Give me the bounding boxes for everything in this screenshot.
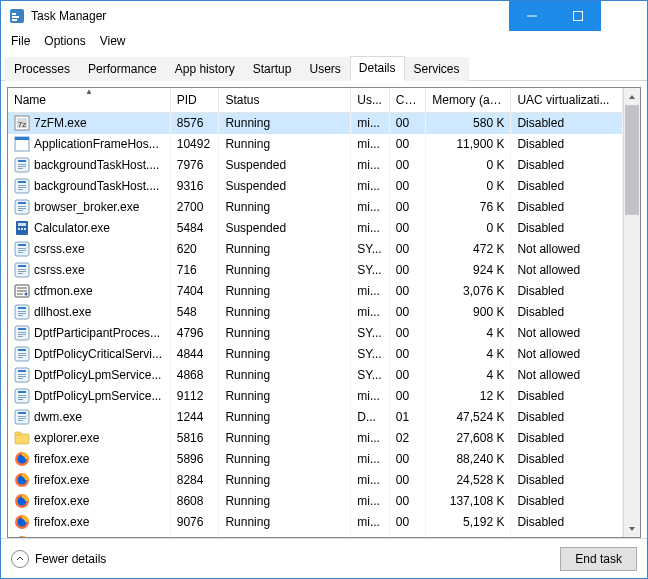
process-name-text: DptfParticipantProces... bbox=[34, 326, 160, 340]
cell-memory: 47,524 K bbox=[426, 407, 511, 428]
table-row[interactable]: dwm.exe1244RunningD...0147,524 KDisabled bbox=[8, 407, 623, 428]
col-name[interactable]: ▲Name bbox=[8, 88, 170, 113]
cell-memory: 4 K bbox=[426, 344, 511, 365]
table-row[interactable]: explorer.exe5816Runningmi...0227,608 KDi… bbox=[8, 428, 623, 449]
svg-rect-30 bbox=[18, 228, 20, 230]
menu-file[interactable]: File bbox=[5, 33, 36, 49]
col-user[interactable]: Us... bbox=[351, 88, 390, 113]
svg-rect-66 bbox=[18, 391, 26, 393]
svg-rect-74 bbox=[18, 420, 23, 421]
cell-cpu: 00 bbox=[389, 491, 426, 512]
process-icon bbox=[14, 241, 30, 257]
cell-pid: 5816 bbox=[170, 428, 219, 449]
cell-pid: 620 bbox=[170, 239, 219, 260]
table-row[interactable]: browser_broker.exe2700Runningmi...0076 K… bbox=[8, 197, 623, 218]
process-name-text: firefox.exe bbox=[34, 515, 89, 529]
vertical-scrollbar[interactable] bbox=[623, 88, 640, 537]
tab-processes[interactable]: Processes bbox=[5, 57, 79, 81]
maximize-button[interactable] bbox=[555, 1, 601, 31]
process-name-text: browser_broker.exe bbox=[34, 200, 139, 214]
col-memory[interactable]: Memory (ac... bbox=[426, 88, 511, 113]
table-row[interactable]: firefox.exe5896Runningmi...0088,240 KDis… bbox=[8, 449, 623, 470]
scroll-up-button[interactable] bbox=[624, 88, 640, 105]
svg-rect-39 bbox=[18, 265, 26, 267]
svg-rect-59 bbox=[18, 357, 23, 358]
table-row[interactable]: backgroundTaskHost....7976Suspendedmi...… bbox=[8, 155, 623, 176]
cell-name: csrss.exe bbox=[8, 239, 170, 260]
process-name-text: firefox.exe bbox=[34, 452, 89, 466]
table-row[interactable]: firefox.exe8284Runningmi...0024,528 KDis… bbox=[8, 470, 623, 491]
cell-name: explorer.exe bbox=[8, 428, 170, 449]
tab-users[interactable]: Users bbox=[300, 57, 349, 81]
cell-uac: Disabled bbox=[511, 176, 623, 197]
table-row[interactable]: backgroundTaskHost....9316Suspendedmi...… bbox=[8, 176, 623, 197]
fewer-details-button[interactable]: Fewer details bbox=[11, 550, 106, 568]
table-row[interactable]: ApplicationFrameHos...10492Runningmi...0… bbox=[8, 134, 623, 155]
table-row[interactable]: DptfPolicyCriticalServi...4844RunningSY.… bbox=[8, 344, 623, 365]
cell-user: mi... bbox=[351, 512, 390, 533]
end-task-button[interactable]: End task bbox=[560, 547, 637, 571]
table-row[interactable]: dllhost.exe548Runningmi...00900 KDisable… bbox=[8, 302, 623, 323]
scroll-thumb[interactable] bbox=[625, 105, 639, 215]
cell-memory: 580 K bbox=[426, 113, 511, 135]
close-button[interactable] bbox=[601, 1, 647, 31]
process-icon bbox=[14, 220, 30, 236]
menu-options[interactable]: Options bbox=[38, 33, 91, 49]
svg-rect-37 bbox=[18, 252, 23, 253]
task-manager-window: Task Manager File Options View Processes… bbox=[0, 0, 648, 579]
minimize-button[interactable] bbox=[509, 1, 555, 31]
tab-startup[interactable]: Startup bbox=[244, 57, 301, 81]
table-row[interactable]: firefox.exe8608Runningmi...00137,108 KDi… bbox=[8, 491, 623, 512]
process-icon bbox=[14, 346, 30, 362]
cell-pid: 4796 bbox=[170, 323, 219, 344]
tab-details[interactable]: Details bbox=[350, 56, 405, 81]
table-row[interactable]: DptfPolicyLpmService...9112Runningmi...0… bbox=[8, 386, 623, 407]
cell-name: DptfParticipantProces... bbox=[8, 323, 170, 344]
cell-cpu: 00 bbox=[389, 113, 426, 135]
table-row[interactable]: firefox.exe8000Runningmi...001,348 KDisa… bbox=[8, 533, 623, 537]
cell-memory: 5,192 K bbox=[426, 512, 511, 533]
cell-uac: Not allowed bbox=[511, 323, 623, 344]
tab-performance[interactable]: Performance bbox=[79, 57, 166, 81]
tab-services[interactable]: Services bbox=[405, 57, 469, 81]
table-row[interactable]: ctfmon.exe7404Runningmi...003,076 KDisab… bbox=[8, 281, 623, 302]
cell-cpu: 00 bbox=[389, 176, 426, 197]
tabstrip: Processes Performance App history Startu… bbox=[1, 51, 647, 81]
cell-cpu: 00 bbox=[389, 281, 426, 302]
table-row[interactable]: DptfPolicyLpmService...4868RunningSY...0… bbox=[8, 365, 623, 386]
scroll-down-button[interactable] bbox=[624, 520, 640, 537]
process-icon bbox=[14, 325, 30, 341]
cell-memory: 137,108 K bbox=[426, 491, 511, 512]
cell-uac: Disabled bbox=[511, 491, 623, 512]
cell-pid: 548 bbox=[170, 302, 219, 323]
table-row[interactable]: DptfParticipantProces...4796RunningSY...… bbox=[8, 323, 623, 344]
process-table: ▲Name PID Status Us... CPU Memory (ac...… bbox=[8, 88, 623, 537]
process-icon bbox=[14, 178, 30, 194]
table-row[interactable]: 7z7zFM.exe8576Runningmi...00580 KDisable… bbox=[8, 113, 623, 135]
process-name-text: ApplicationFrameHos... bbox=[34, 137, 159, 151]
col-cpu[interactable]: CPU bbox=[389, 88, 426, 113]
process-icon: 7z bbox=[14, 115, 30, 131]
process-icon bbox=[14, 535, 30, 537]
svg-rect-53 bbox=[18, 334, 26, 335]
col-uac[interactable]: UAC virtualizati... bbox=[511, 88, 623, 113]
svg-rect-52 bbox=[18, 332, 26, 333]
menu-view[interactable]: View bbox=[94, 33, 132, 49]
cell-user: mi... bbox=[351, 428, 390, 449]
svg-rect-14 bbox=[18, 160, 26, 162]
svg-text:7z: 7z bbox=[18, 120, 26, 129]
cell-status: Running bbox=[219, 134, 351, 155]
cell-pid: 5896 bbox=[170, 449, 219, 470]
col-status[interactable]: Status bbox=[219, 88, 351, 113]
tab-app-history[interactable]: App history bbox=[166, 57, 244, 81]
process-icon bbox=[14, 514, 30, 530]
table-row[interactable]: csrss.exe620RunningSY...00472 KNot allow… bbox=[8, 239, 623, 260]
col-pid[interactable]: PID bbox=[170, 88, 219, 113]
process-table-scroll[interactable]: ▲Name PID Status Us... CPU Memory (ac...… bbox=[8, 88, 623, 537]
cell-cpu: 00 bbox=[389, 260, 426, 281]
table-row[interactable]: csrss.exe716RunningSY...00924 KNot allow… bbox=[8, 260, 623, 281]
table-row[interactable]: firefox.exe9076Runningmi...005,192 KDisa… bbox=[8, 512, 623, 533]
process-icon bbox=[14, 199, 30, 215]
titlebar[interactable]: Task Manager bbox=[1, 1, 647, 31]
table-row[interactable]: Calculator.exe5484Suspendedmi...000 KDis… bbox=[8, 218, 623, 239]
